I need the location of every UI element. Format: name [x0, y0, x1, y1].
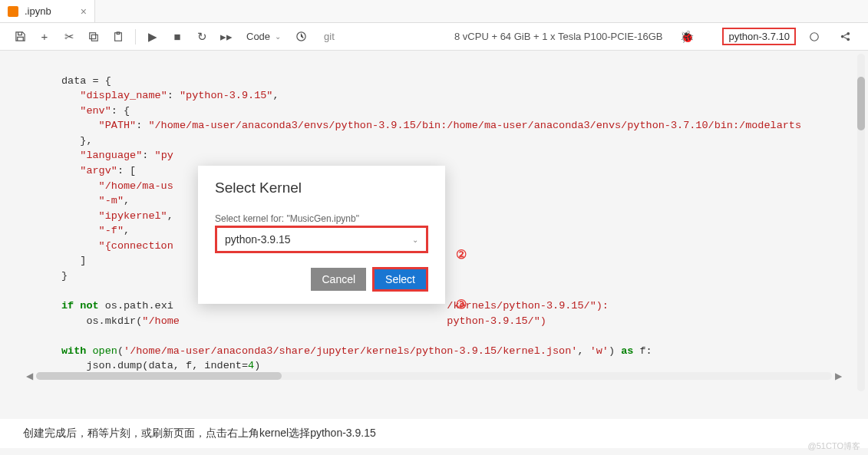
notebook-icon — [8, 6, 18, 17]
cancel-button[interactable]: Cancel — [311, 268, 366, 291]
chevron-down-icon: ⌄ — [275, 32, 281, 41]
kernel-status-icon[interactable] — [804, 26, 825, 48]
svg-point-7 — [847, 32, 850, 35]
svg-rect-0 — [90, 32, 96, 38]
watermark: @51CTO博客 — [808, 440, 860, 452]
add-cell-icon[interactable]: + — [34, 26, 55, 48]
kernel-selected-value: python-3.9.15 — [225, 233, 291, 246]
notebook-tab[interactable]: .ipynb × — [0, 0, 95, 22]
fast-forward-icon[interactable]: ▸▸ — [216, 26, 237, 48]
svg-point-5 — [810, 32, 819, 41]
dialog-subtitle: Select kernel for: "MusicGen.ipynb" — [215, 213, 428, 224]
stop-icon[interactable]: ■ — [167, 26, 188, 48]
kernel-indicator[interactable]: python-3.7.10 — [722, 28, 796, 45]
copy-icon[interactable] — [83, 26, 104, 48]
run-icon[interactable]: ▶ — [142, 26, 163, 48]
instruction-caption: 创建完成后，稍等片刻，或刷新页面，点击右上角kernel选择python-3.9… — [0, 419, 868, 448]
vscroll-thumb[interactable] — [857, 77, 865, 130]
cell-type-label: Code — [246, 31, 270, 42]
annotation-3: ③ — [456, 297, 467, 312]
git-label[interactable]: git — [324, 31, 335, 42]
tab-filename: .ipynb — [25, 5, 51, 17]
annotation-2: ② — [456, 247, 467, 262]
dialog-buttons: Cancel Select — [215, 267, 428, 292]
paste-icon[interactable] — [107, 26, 129, 48]
separator — [135, 29, 136, 45]
share-icon[interactable] — [834, 26, 856, 48]
vertical-scrollbar[interactable] — [857, 54, 865, 391]
horizontal-scrollbar[interactable]: ◀ ▶ — [23, 371, 845, 381]
svg-point-6 — [840, 35, 843, 38]
bug-icon[interactable]: 🐞 — [676, 26, 698, 48]
compute-spec: 8 vCPU + 64 GiB + 1 x Tesla P100-PCIE-16… — [454, 31, 662, 42]
restart-icon[interactable]: ↻ — [191, 26, 213, 48]
scroll-left-icon[interactable]: ◀ — [23, 371, 36, 381]
save-icon[interactable] — [9, 26, 31, 48]
select-kernel-dialog: Select Kernel Select kernel for: "MusicG… — [198, 166, 445, 304]
close-icon[interactable]: × — [81, 5, 87, 18]
chevron-down-icon: ⌄ — [412, 236, 418, 244]
scroll-track[interactable] — [36, 372, 832, 380]
toolbar: + ✂ ▶ ■ ↻ ▸▸ Code ⌄ git 8 vCPU + 64 GiB … — [0, 23, 868, 51]
clock-icon[interactable] — [290, 26, 312, 48]
tab-bar: .ipynb × — [0, 0, 868, 23]
select-button[interactable]: Select — [372, 267, 428, 292]
cut-icon[interactable]: ✂ — [58, 26, 80, 48]
kernel-dropdown[interactable]: python-3.9.15 ⌄ — [215, 226, 428, 253]
cell-type-selector[interactable]: Code ⌄ — [240, 29, 287, 44]
code-content: data = { "display_name": "python-3.9.15"… — [61, 51, 845, 374]
dialog-title: Select Kernel — [215, 180, 428, 196]
svg-rect-1 — [91, 35, 97, 41]
scroll-right-icon[interactable]: ▶ — [832, 371, 845, 381]
svg-point-8 — [847, 38, 850, 41]
scroll-thumb[interactable] — [36, 372, 282, 380]
